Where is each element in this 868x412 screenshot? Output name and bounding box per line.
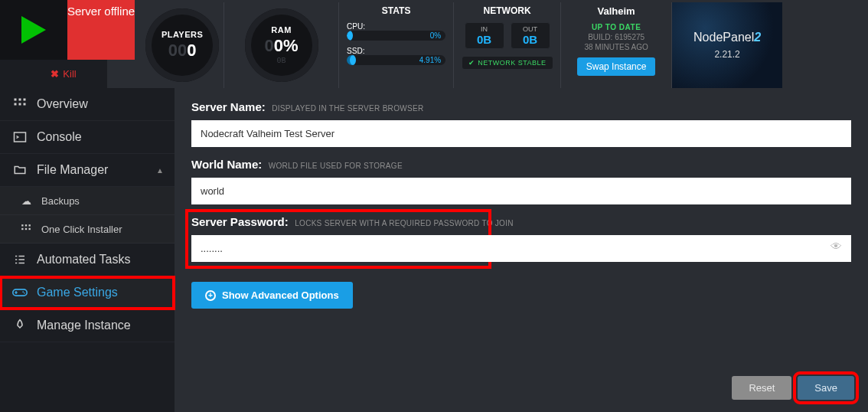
sidebar-item-label: Game Settings [37,286,118,299]
sidebar-item-overview[interactable]: Overview [0,88,175,121]
build-time: 38 MINUTES AGO [567,43,665,51]
swap-instance-button[interactable]: Swap Instance [577,57,656,76]
show-advanced-button[interactable]: + Show Advanced Options [191,282,353,309]
server-name-input[interactable] [191,120,851,147]
world-name-hint: WORLD FILE USED FOR STORAGE [269,162,403,170]
sidebar-item-automated-tasks[interactable]: Automated Tasks [0,244,175,276]
game-panel: Valheim UP TO DATE BUILD: 6195275 38 MIN… [561,2,672,88]
sidebar-item-label: Console [37,130,82,144]
network-panel: NETWORK IN 0B OUT 0B ✔ NETWORK STABLE [454,2,561,88]
players-value: 0 [187,41,196,60]
kill-label: Kill [63,68,76,80]
stats-title: STATS [347,5,445,16]
svg-rect-10 [21,228,23,230]
brand-panel: NodePanel2 2.21.2 [672,2,782,88]
main-content: Server Name: DISPLAYED IN THE SERVER BRO… [175,88,868,412]
password-input[interactable] [191,235,851,262]
network-in: IN 0B [465,22,504,49]
cpu-value: 0% [430,31,441,41]
server-name-hint: DISPLAYED IN THE SERVER BROWSER [272,104,423,113]
game-name: Valheim [567,5,665,17]
play-icon [21,16,46,44]
eye-icon[interactable]: 👁 [830,239,842,252]
svg-point-14 [22,291,24,293]
svg-rect-3 [15,103,17,106]
ram-sub: 0B [277,57,286,65]
rocket-icon [12,318,28,333]
folder-icon [12,162,28,178]
svg-point-15 [24,293,25,294]
svg-rect-5 [24,103,26,106]
tasks-icon [12,252,28,267]
server-name-label: Server Name: [191,100,266,113]
svg-rect-12 [29,228,31,230]
svg-rect-9 [29,224,31,226]
cpu-label: CPU: [347,22,445,31]
chevron-up-icon: ▲ [156,166,164,175]
out-value: 0B [511,33,550,46]
svg-rect-11 [25,228,27,230]
world-name-label: World Name: [191,158,262,171]
build-label: BUILD: 6195275 [567,33,665,41]
svg-rect-6 [15,132,26,142]
plus-circle-icon: + [205,290,216,301]
password-group: Server Password: LOCKS SERVER WITH A REQ… [191,215,851,262]
sidebar-item-backups[interactable]: ☁ Backups [0,187,175,215]
svg-rect-8 [25,224,27,226]
gamepad-icon [12,285,28,300]
sidebar-item-label: Manage Instance [37,319,131,332]
kill-button[interactable]: ✖ Kill [20,60,107,88]
terminal-icon [12,129,28,145]
sidebar-item-console[interactable]: Console [0,121,175,154]
ssd-value: 4.91% [419,55,441,65]
grid-icon [18,221,34,237]
network-stable-badge: ✔ NETWORK STABLE [462,57,553,69]
svg-rect-2 [24,99,26,101]
world-name-group: World Name: WORLD FILE USED FOR STORAGE [191,158,851,204]
server-name-group: Server Name: DISPLAYED IN THE SERVER BRO… [191,100,851,147]
sidebar-item-label: Overview [37,97,88,111]
password-hint: LOCKS SERVER WITH A REQUIRED PASSWORD TO… [295,219,514,227]
server-status: Server offline [67,0,135,60]
sidebar-item-label: Backups [41,195,80,207]
network-title: NETWORK [460,5,554,16]
sidebar: Overview Console File Manager ▲ ☁ Backup… [0,88,175,412]
world-name-input[interactable] [191,178,851,204]
network-stable-label: NETWORK STABLE [478,59,546,67]
players-label: PLAYERS [162,30,203,39]
ram-gauge: RAM 0% 0B [224,2,339,88]
brand-name: NodePanel2 [693,31,761,44]
stats-panel: STATS CPU: 0% SSD: 4.91% [339,2,454,88]
sidebar-item-one-click[interactable]: One Click Installer [0,215,175,244]
svg-rect-7 [21,224,23,226]
sidebar-item-label: Automated Tasks [37,253,130,266]
sidebar-item-label: File Manager [37,163,108,177]
start-button[interactable] [0,0,67,60]
ram-label: RAM [271,25,292,34]
advanced-label: Show Advanced Options [222,289,339,301]
svg-rect-4 [19,103,21,106]
players-gauge: PLAYERS 0 [141,2,224,88]
brand-version: 2.21.2 [714,49,739,60]
ram-value: 0% [274,36,299,55]
save-button[interactable]: Save [798,376,854,400]
sidebar-item-manage-instance[interactable]: Manage Instance [0,309,175,342]
up-to-date-badge: UP TO DATE [567,23,665,31]
restart-button[interactable]: Restart [0,60,20,88]
password-label: Server Password: [191,215,289,228]
close-icon: ✖ [51,68,59,80]
cloud-icon: ☁ [18,193,34,208]
ssd-label: SSD: [347,47,445,55]
sidebar-item-game-settings[interactable]: Game Settings [0,276,175,309]
check-icon: ✔ [468,59,475,67]
network-out: OUT 0B [511,22,550,49]
sidebar-item-label: One Click Installer [41,224,122,235]
svg-rect-0 [15,99,17,101]
out-label: OUT [511,25,550,33]
svg-rect-1 [19,99,21,101]
grid-icon [12,96,28,112]
in-label: IN [465,25,504,33]
sidebar-item-file-manager[interactable]: File Manager ▲ [0,154,175,187]
reset-button[interactable]: Reset [732,376,791,400]
in-value: 0B [465,33,504,46]
